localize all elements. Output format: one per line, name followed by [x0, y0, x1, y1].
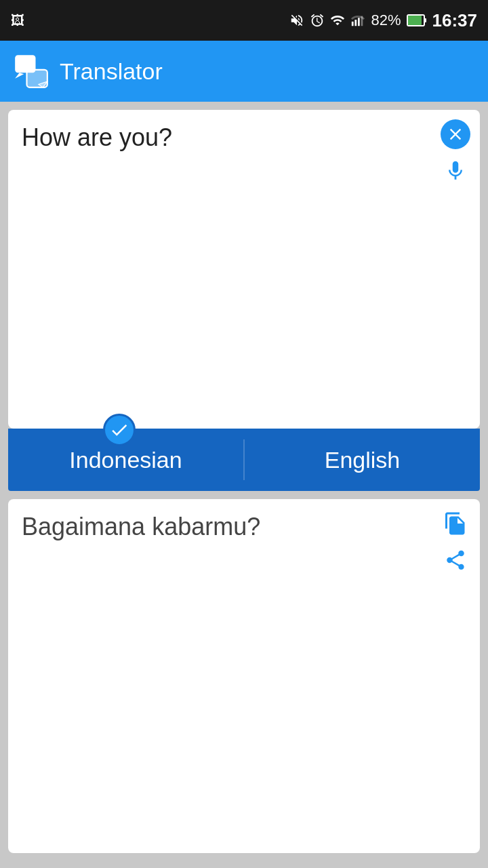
alarm-icon [310, 13, 325, 28]
target-language[interactable]: English [245, 447, 480, 473]
time-display: 16:37 [432, 10, 478, 31]
input-card: How are you? [8, 110, 480, 429]
clear-button[interactable] [441, 119, 470, 149]
mute-icon [289, 13, 304, 28]
status-left: 🖼 [11, 13, 24, 28]
wifi-icon [330, 13, 345, 28]
input-text: How are you? [22, 123, 172, 151]
image-icon: 🖼 [11, 13, 24, 28]
svg-rect-6 [408, 16, 422, 25]
output-card: Bagaimana kabarmu? [8, 499, 480, 853]
battery-icon [407, 13, 427, 28]
share-button[interactable] [441, 545, 470, 575]
svg-rect-2 [358, 18, 360, 26]
svg-rect-1 [355, 20, 357, 26]
svg-rect-5 [424, 18, 426, 22]
microphone-button[interactable] [441, 156, 470, 186]
svg-rect-0 [352, 22, 354, 26]
bottom-spacer [8, 853, 480, 860]
main-content: How are you? Indonesian English Bagaiman… [0, 102, 488, 868]
language-bar: Indonesian English [8, 429, 480, 491]
status-bar: 🖼 82% 16:37 [0, 0, 488, 41]
copy-button[interactable] [441, 509, 470, 538]
source-language[interactable]: Indonesian [8, 447, 243, 473]
signal-icon [350, 13, 365, 28]
app-bar: Translator [0, 41, 488, 102]
svg-marker-8 [15, 73, 24, 79]
app-title: Translator [60, 58, 163, 85]
status-right: 82% 16:37 [289, 10, 477, 31]
output-text: Bagaimana kabarmu? [22, 513, 260, 540]
svg-rect-3 [361, 16, 363, 26]
app-icon [14, 54, 49, 89]
check-circle [103, 414, 136, 446]
battery-percentage: 82% [371, 12, 401, 29]
